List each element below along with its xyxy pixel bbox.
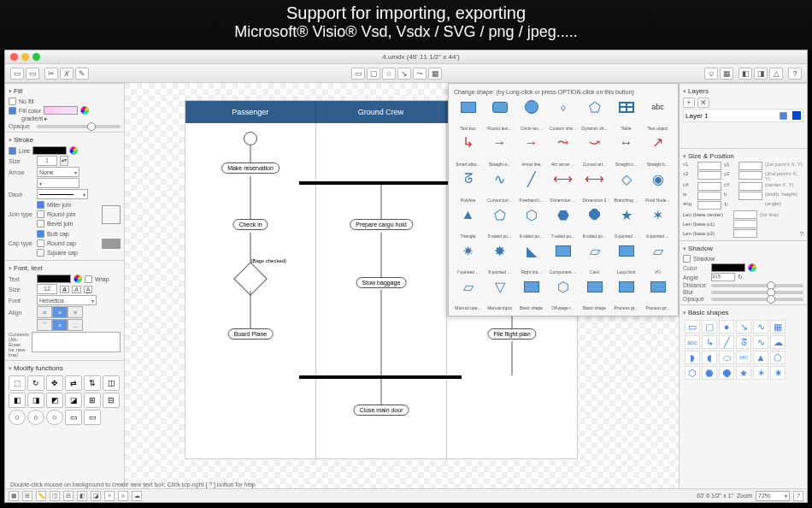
shape-option-30[interactable]: ◣Right tria... [515, 240, 547, 276]
dash-select[interactable] [37, 189, 88, 199]
stroke-header[interactable]: Stroke [9, 134, 121, 145]
node-close-door[interactable]: Close main door [354, 405, 409, 416]
cut-button[interactable]: ✂ [44, 68, 58, 80]
align-button[interactable]: ◧ [738, 68, 752, 80]
shape-tool-circle[interactable]: ○ [382, 68, 396, 80]
zoom-window-button[interactable] [32, 53, 40, 61]
layer-item-1[interactable]: Layer 1 [683, 109, 803, 122]
shape-option-33[interactable]: Loop limit [610, 240, 642, 276]
open-button[interactable]: ▭ [26, 68, 39, 80]
sb-cloud[interactable]: ☁ [132, 491, 142, 501]
brush-button[interactable]: ✎ [75, 68, 89, 80]
bs-pent[interactable]: ⬠ [770, 351, 786, 364]
bs-star6[interactable]: ✶ [753, 366, 768, 380]
sb-6[interactable]: ◧ [77, 491, 87, 501]
layer-color-swatch[interactable] [792, 111, 801, 120]
shape-option-1[interactable]: Round text... [484, 97, 515, 133]
shape-tool-connector[interactable]: ⤳ [413, 68, 427, 80]
shadow-color-swatch[interactable] [711, 263, 745, 272]
fill-color-swatch[interactable] [44, 106, 78, 115]
cx-input[interactable] [697, 182, 721, 191]
shadow-color-wheel[interactable] [748, 263, 756, 272]
layers-header[interactable]: Layers [683, 86, 803, 97]
modify-circle3[interactable]: ○ [46, 410, 63, 425]
sb-help[interactable]: ? [793, 491, 803, 501]
shape-option-9[interactable]: →Arrow line [515, 133, 547, 168]
help-icon[interactable]: ? [800, 231, 803, 237]
shape-option-22[interactable]: ⬠5-sided po... [484, 204, 515, 240]
modify-8[interactable]: ◨ [27, 393, 44, 408]
shadow-distance-slider[interactable] [711, 284, 803, 287]
shape-option-36[interactable]: ▽Manual input [484, 276, 515, 312]
shape-option-2[interactable]: Circle tex... [515, 97, 547, 133]
x1-input[interactable] [697, 162, 721, 170]
modify-flip-v[interactable]: ⇅ [84, 375, 101, 391]
shape-option-24[interactable]: ⬣7-sided po... [547, 204, 579, 240]
fill-color-wheel-icon[interactable] [80, 106, 89, 115]
stroke-size-stepper[interactable]: ▴▾ [60, 156, 68, 166]
stroke-color-swatch[interactable] [32, 146, 67, 155]
start-node-passenger[interactable] [244, 132, 257, 145]
node-stow-baggage[interactable]: Stow baggage [356, 277, 407, 288]
font-header[interactable]: Font, text [9, 263, 121, 274]
shape-option-18[interactable]: ⟷Dimension 2 [579, 168, 610, 204]
shape-option-8[interactable]: →Straight a... [484, 133, 515, 168]
italic-button2[interactable]: A [72, 286, 81, 293]
sb-snap-toggle[interactable]: ⊞ [22, 491, 32, 501]
align-right[interactable]: ≡ [68, 306, 83, 318]
shape-tool-arrow[interactable]: ↘ [397, 68, 411, 80]
valign-middle[interactable]: ≡ [52, 319, 68, 331]
bs-hept[interactable]: ⬣ [702, 366, 717, 380]
wrap-checkbox[interactable] [85, 275, 92, 283]
modify-move[interactable]: ✥ [46, 375, 63, 391]
italic-button[interactable]: X [60, 68, 74, 80]
node-file-plan[interactable]: File flight plan [487, 328, 536, 340]
arrow-end-select[interactable] [37, 178, 79, 188]
bs-elbow[interactable]: ↳ [702, 335, 717, 349]
align-left[interactable]: ≡ [37, 306, 52, 318]
sb-emoji[interactable]: ☺ [118, 491, 128, 501]
shadow-checkbox[interactable] [683, 255, 691, 263]
gradient-label[interactable]: gradient ▸ [21, 115, 48, 122]
sb-grid-toggle[interactable]: ▦ [9, 491, 19, 501]
round-join-radio[interactable] [37, 210, 44, 218]
bs-roundrect[interactable]: ▢ [702, 320, 717, 334]
underline-button[interactable]: A [84, 286, 93, 293]
group-button[interactable]: △ [769, 68, 783, 80]
shape-option-32[interactable]: ▱Card [579, 240, 610, 276]
text-color-swatch[interactable] [37, 275, 71, 283]
shape-option-15[interactable]: ∿Curved pol... [484, 168, 515, 204]
butt-cap-radio[interactable] [37, 230, 44, 238]
shape-option-37[interactable]: Basic shape [515, 276, 547, 312]
bs-cloud[interactable]: ☁ [770, 335, 786, 349]
shape-option-26[interactable]: ★5-pointed ... [610, 204, 642, 240]
sb-ruler-toggle[interactable]: 📏 [36, 491, 46, 501]
shape-option-19[interactable]: ◇Branching ... [610, 168, 642, 204]
bs-tri[interactable]: ▲ [753, 351, 768, 364]
valign-bottom[interactable]: ⎵ [68, 319, 83, 331]
emoji-button[interactable]: ☺ [704, 68, 718, 80]
shape-tool-roundrect[interactable]: ▢ [367, 68, 380, 80]
bs-freehand[interactable]: ∿ [753, 335, 768, 349]
remove-layer-button[interactable]: ✕ [697, 97, 709, 108]
shadow-angle-input[interactable]: 315 [711, 273, 735, 281]
bs-hex[interactable]: ⬡ [685, 366, 700, 380]
shape-option-21[interactable]: ▲Triangle [452, 204, 484, 240]
modify-11[interactable]: ⊞ [84, 393, 101, 408]
shape-option-34[interactable]: ▱I/O [642, 240, 674, 276]
modify-10[interactable]: ◪ [65, 393, 82, 408]
swimlane-header-groundcrew[interactable]: Ground Crew [316, 101, 447, 123]
shadow-blur-slider[interactable] [711, 291, 803, 294]
font-size-value[interactable]: 12 [37, 284, 57, 294]
shape-option-0[interactable]: Text box [452, 97, 484, 133]
valign-top[interactable]: ⎴ [37, 319, 52, 331]
shape-option-13[interactable]: ↗Straight b... [642, 133, 674, 168]
modify-7[interactable]: ◧ [9, 393, 26, 408]
lenb1-input[interactable] [733, 220, 757, 228]
shape-option-23[interactable]: ⬡6-sided po... [515, 204, 547, 240]
swimlane-header-passenger[interactable]: Passenger [185, 101, 316, 123]
shape-option-14[interactable]: ᘔPolyline [452, 168, 484, 204]
node-prepare-cargo[interactable]: Prepare cargo hold [350, 219, 413, 230]
modify-circle1[interactable]: ○ [9, 410, 26, 425]
shape-option-39[interactable]: Basic shape [579, 276, 610, 312]
